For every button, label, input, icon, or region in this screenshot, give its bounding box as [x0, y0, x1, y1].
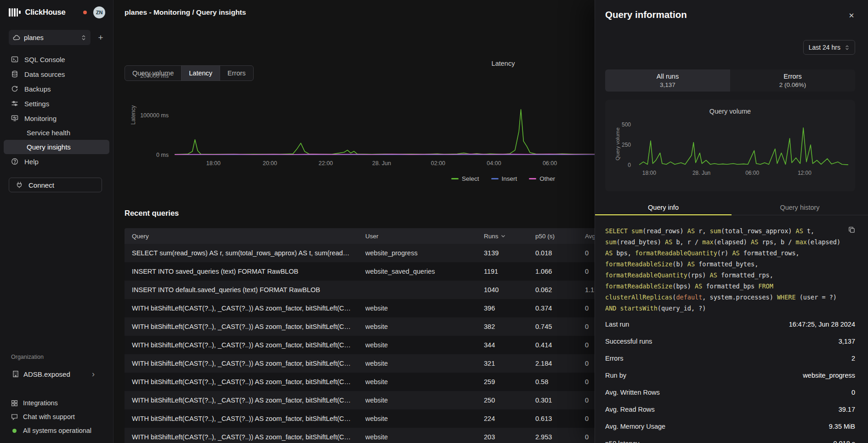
p50-cell: 0.613 — [535, 415, 585, 422]
detail-row: Errors 2 — [605, 350, 855, 367]
legend-swatch-icon — [451, 178, 459, 179]
plug-icon — [16, 181, 23, 189]
x-tick-label: 28. Jun — [692, 170, 710, 176]
user-cell: website — [365, 433, 484, 441]
x-tick-label: 06:00 — [745, 170, 759, 176]
x-tick-label: 02:00 — [431, 160, 445, 167]
brand-name: ClickHouse — [25, 8, 66, 17]
detail-label: Last run — [605, 321, 629, 328]
p50-cell: 0.414 — [535, 341, 585, 349]
detail-label: p50 latency — [605, 440, 639, 443]
volume-chart[interactable] — [639, 121, 848, 165]
column-runs[interactable]: Runs — [484, 233, 535, 240]
service-selector-value: planes — [24, 34, 77, 41]
sidebar-item-backups[interactable]: Backups — [0, 81, 113, 96]
terminal-icon — [11, 56, 18, 63]
y-tick-label: 0 ms — [156, 152, 169, 158]
runs-cell: 1191 — [484, 268, 535, 275]
status-label: All systems operational — [23, 427, 91, 434]
brand-row: ClickHouse ZN — [0, 0, 113, 24]
footer-item-label: Chat with support — [23, 413, 75, 420]
service-selector[interactable]: planes — [9, 30, 91, 45]
runs-cell: 224 — [484, 415, 535, 422]
monitor-icon — [11, 115, 18, 122]
x-tick-label: 06:00 — [543, 160, 557, 167]
column-query[interactable]: Query — [125, 233, 365, 240]
sidebar-item-query-insights[interactable]: Query insights — [4, 140, 109, 154]
sidebar-item-monitoring[interactable]: Monitoring — [0, 111, 113, 126]
p50-cell: 2.184 — [535, 360, 585, 367]
detail-value: 16:47:25, Jun 28 2024 — [789, 321, 855, 328]
chevron-right-icon: › — [92, 369, 95, 379]
building-icon — [12, 370, 19, 378]
detail-row: Avg. Memory Usage 9.35 MiB — [605, 418, 855, 435]
restore-icon — [11, 85, 18, 92]
sidebar-item-settings[interactable]: Settings — [0, 96, 113, 111]
sidebar-item-service-health[interactable]: Service health — [0, 126, 113, 140]
copy-icon[interactable] — [848, 226, 855, 233]
detail-label: Run by — [605, 372, 626, 379]
sidebar-item-label: Service health — [27, 129, 70, 137]
tab-query-info[interactable]: Query info — [595, 200, 732, 215]
column-user[interactable]: User — [365, 233, 484, 240]
y-tick-label: 250 — [622, 142, 631, 148]
query-volume-card: Query volume Query volume 0250500 18:002… — [605, 100, 855, 191]
system-status-item[interactable]: All systems operational — [0, 424, 113, 437]
sidebar-item-label: Query insights — [27, 143, 71, 151]
sidebar-item-sql-console[interactable]: SQL Console — [0, 52, 113, 67]
notification-dot-icon[interactable] — [83, 11, 87, 14]
detail-label: Successful runs — [605, 338, 652, 345]
user-cell: website — [365, 397, 484, 404]
latency-y-ticks: 0 ms100000 ms200000 ms — [113, 76, 169, 155]
add-service-button[interactable]: + — [95, 33, 107, 43]
runs-cell: 321 — [484, 360, 535, 367]
clickhouse-logo-icon — [9, 8, 21, 17]
stat-tab-errors[interactable]: Errors 2 (0.06%) — [730, 69, 855, 92]
detail-label: Avg. Memory Usage — [605, 423, 665, 430]
breadcrumb: planes - Monitoring / Query insights — [125, 8, 246, 17]
stat-tab-all-runs[interactable]: All runs 3,137 — [605, 69, 730, 92]
detail-row: Avg. Read Rows 39.17 — [605, 401, 855, 418]
user-cell: website — [365, 323, 484, 330]
query-cell: WITH bitShiftLeft(CAST(?..), _CAST(?..))… — [125, 415, 365, 422]
detail-value: 3,137 — [839, 338, 855, 345]
user-cell: website — [365, 305, 484, 312]
detail-row: Last run 16:47:25, Jun 28 2024 — [605, 316, 855, 333]
footer-item-label: Integrations — [23, 399, 58, 407]
column-p50[interactable]: p50 (s) — [535, 233, 585, 240]
legend-item[interactable]: Other — [529, 175, 555, 182]
recent-queries-title: Recent queries — [125, 209, 179, 218]
detail-row: p50 latency 0.018 s — [605, 435, 855, 443]
x-tick-label: 18:00 — [642, 170, 656, 176]
updown-caret-icon — [845, 45, 850, 51]
detail-row: Avg. Written Rows 0 — [605, 384, 855, 401]
stat-tab-value: 2 (0.06%) — [779, 81, 806, 88]
connect-button[interactable]: Connect — [9, 178, 102, 192]
y-tick-label: 500 — [622, 122, 631, 127]
sidebar-item-integrations[interactable]: Integrations — [0, 396, 113, 410]
sidebar-item-help[interactable]: Help — [0, 154, 113, 169]
legend-item[interactable]: Select — [451, 175, 479, 182]
detail-value: website_progress — [803, 372, 855, 379]
organization-row[interactable]: ADSB.exposed › — [0, 365, 113, 383]
detail-value: 0.018 s — [833, 440, 855, 443]
query-cell: WITH bitShiftLeft(CAST(?..), _CAST(?..))… — [125, 433, 365, 441]
avatar[interactable]: ZN — [93, 6, 105, 18]
sidebar-item-chat-support[interactable]: Chat with support — [0, 410, 113, 424]
connect-label: Connect — [28, 181, 54, 189]
x-tick-label: 22:00 — [318, 160, 333, 167]
query-cell: WITH bitShiftLeft(CAST(?..), _CAST(?..))… — [125, 360, 365, 367]
runs-cell: 203 — [484, 433, 535, 441]
updown-caret-icon — [81, 35, 86, 41]
tab-query-history[interactable]: Query history — [732, 200, 868, 215]
sliders-icon — [11, 100, 18, 107]
time-range-selector[interactable]: Last 24 hrs — [803, 40, 855, 55]
close-icon[interactable]: ✕ — [846, 10, 857, 21]
detail-label: Errors — [605, 355, 623, 362]
p50-cell: 0.301 — [535, 397, 585, 404]
time-range-value: Last 24 hrs — [809, 44, 840, 51]
p50-cell: 0.58 — [535, 378, 585, 385]
legend-item[interactable]: Insert — [491, 175, 517, 182]
sidebar-item-data-sources[interactable]: Data sources — [0, 67, 113, 81]
sidebar: ClickHouse ZN planes + SQL Console Dat — [0, 0, 113, 443]
